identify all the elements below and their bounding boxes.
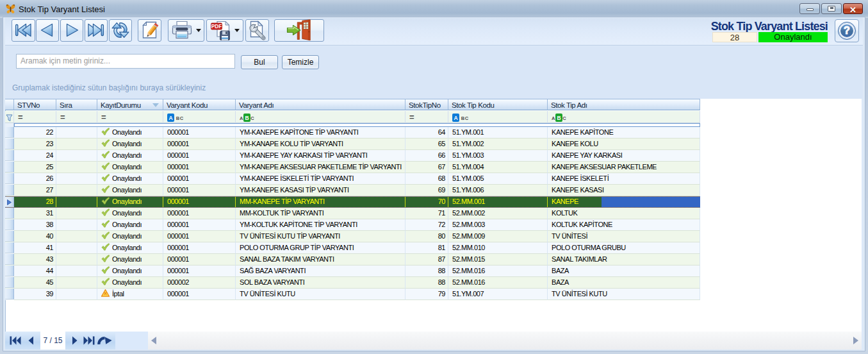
svg-text:PDF: PDF [211, 23, 222, 29]
svg-text:?: ? [844, 25, 850, 36]
